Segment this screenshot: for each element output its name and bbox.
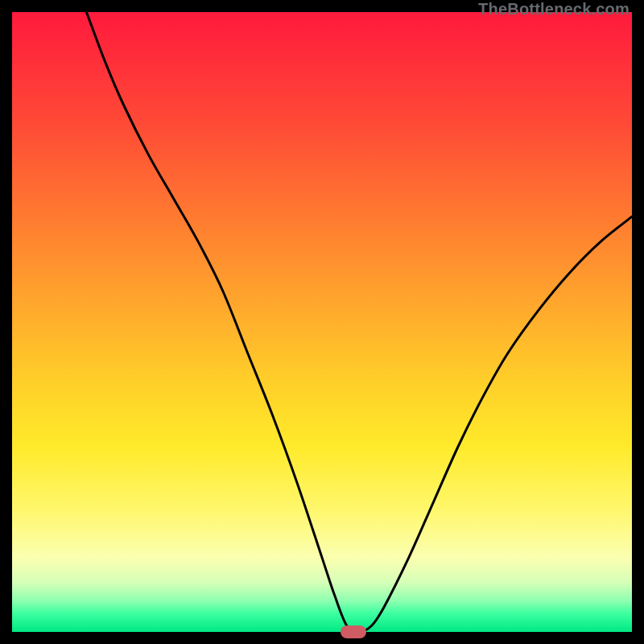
chart-frame: TheBottleneck.com [0,0,644,644]
bottleneck-line [12,12,632,632]
optimal-marker [341,625,366,638]
plot-area [12,12,632,632]
watermark-text: TheBottleneck.com [478,0,630,19]
